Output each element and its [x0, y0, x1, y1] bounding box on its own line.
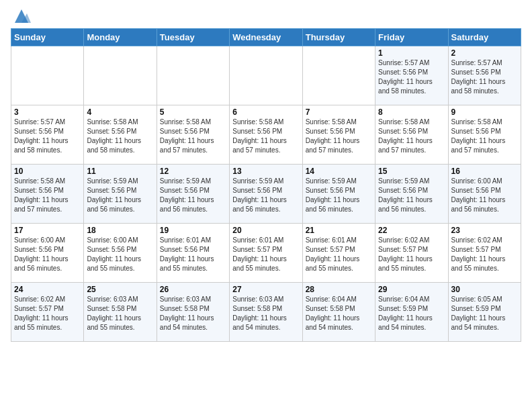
col-header-friday: Friday [375, 29, 448, 46]
col-header-thursday: Thursday [302, 29, 375, 46]
col-header-tuesday: Tuesday [157, 29, 229, 46]
calendar-cell: 12Sunrise: 5:59 AM Sunset: 5:56 PM Dayli… [157, 165, 229, 224]
calendar-cell: 3Sunrise: 5:57 AM Sunset: 5:56 PM Daylig… [11, 105, 84, 165]
calendar-week-2: 3Sunrise: 5:57 AM Sunset: 5:56 PM Daylig… [11, 105, 521, 165]
day-number: 21 [306, 226, 372, 235]
page: SundayMondayTuesdayWednesdayThursdayFrid… [0, 0, 532, 411]
calendar-cell: 14Sunrise: 5:59 AM Sunset: 5:56 PM Dayli… [302, 165, 375, 224]
calendar-cell: 8Sunrise: 5:58 AM Sunset: 5:56 PM Daylig… [375, 105, 448, 165]
calendar-cell: 24Sunrise: 6:02 AM Sunset: 5:57 PM Dayli… [11, 283, 84, 342]
logo [11, 7, 31, 26]
calendar-cell: 16Sunrise: 6:00 AM Sunset: 5:56 PM Dayli… [448, 165, 521, 224]
calendar-cell [230, 46, 302, 105]
day-number: 19 [160, 226, 226, 235]
day-info: Sunrise: 5:58 AM Sunset: 5:56 PM Dayligh… [378, 118, 445, 155]
day-info: Sunrise: 5:58 AM Sunset: 5:56 PM Dayligh… [451, 118, 518, 155]
day-number: 25 [87, 285, 153, 294]
day-info: Sunrise: 5:58 AM Sunset: 5:56 PM Dayligh… [232, 118, 299, 155]
calendar-cell: 18Sunrise: 6:00 AM Sunset: 5:56 PM Dayli… [84, 224, 157, 283]
day-number: 16 [451, 167, 518, 176]
calendar-header-row: SundayMondayTuesdayWednesdayThursdayFrid… [11, 29, 521, 46]
day-number: 20 [232, 226, 299, 235]
calendar-cell [157, 46, 229, 105]
calendar-cell: 29Sunrise: 6:04 AM Sunset: 5:59 PM Dayli… [375, 283, 448, 342]
day-info: Sunrise: 5:59 AM Sunset: 5:56 PM Dayligh… [378, 177, 445, 214]
day-info: Sunrise: 5:59 AM Sunset: 5:56 PM Dayligh… [160, 177, 226, 214]
day-number: 15 [378, 167, 445, 176]
day-number: 5 [160, 107, 226, 117]
calendar-week-5: 24Sunrise: 6:02 AM Sunset: 5:57 PM Dayli… [11, 283, 521, 342]
day-info: Sunrise: 5:58 AM Sunset: 5:56 PM Dayligh… [160, 118, 226, 155]
day-info: Sunrise: 6:05 AM Sunset: 5:59 PM Dayligh… [451, 295, 518, 332]
calendar-cell: 13Sunrise: 5:59 AM Sunset: 5:56 PM Dayli… [230, 165, 302, 224]
day-info: Sunrise: 5:57 AM Sunset: 5:56 PM Dayligh… [451, 58, 518, 96]
calendar-cell [11, 46, 84, 105]
day-info: Sunrise: 6:02 AM Sunset: 5:57 PM Dayligh… [14, 295, 81, 332]
calendar-cell: 5Sunrise: 5:58 AM Sunset: 5:56 PM Daylig… [157, 105, 229, 165]
day-info: Sunrise: 6:03 AM Sunset: 5:58 PM Dayligh… [160, 295, 226, 332]
col-header-saturday: Saturday [448, 29, 521, 46]
day-info: Sunrise: 5:59 AM Sunset: 5:56 PM Dayligh… [87, 177, 153, 214]
calendar-cell: 10Sunrise: 5:58 AM Sunset: 5:56 PM Dayli… [11, 165, 84, 224]
day-info: Sunrise: 6:00 AM Sunset: 5:56 PM Dayligh… [87, 236, 153, 273]
day-number: 26 [160, 285, 226, 294]
calendar-cell: 6Sunrise: 5:58 AM Sunset: 5:56 PM Daylig… [230, 105, 302, 165]
calendar-cell: 20Sunrise: 6:01 AM Sunset: 5:57 PM Dayli… [230, 224, 302, 283]
day-info: Sunrise: 5:58 AM Sunset: 5:56 PM Dayligh… [306, 118, 372, 155]
calendar-cell: 27Sunrise: 6:03 AM Sunset: 5:58 PM Dayli… [230, 283, 302, 342]
day-info: Sunrise: 5:59 AM Sunset: 5:56 PM Dayligh… [306, 177, 372, 214]
calendar-cell: 19Sunrise: 6:01 AM Sunset: 5:56 PM Dayli… [157, 224, 229, 283]
day-number: 18 [87, 226, 153, 235]
day-number: 13 [232, 167, 299, 176]
day-number: 14 [306, 167, 372, 176]
day-number: 10 [14, 167, 81, 176]
calendar-cell: 21Sunrise: 6:01 AM Sunset: 5:57 PM Dayli… [302, 224, 375, 283]
day-number: 27 [232, 285, 299, 294]
day-number: 11 [87, 167, 153, 176]
day-number: 1 [378, 48, 445, 58]
calendar-cell: 7Sunrise: 5:58 AM Sunset: 5:56 PM Daylig… [302, 105, 375, 165]
day-info: Sunrise: 6:04 AM Sunset: 5:58 PM Dayligh… [306, 295, 372, 332]
day-number: 29 [378, 285, 445, 294]
col-header-sunday: Sunday [11, 29, 84, 46]
day-number: 28 [306, 285, 372, 294]
day-info: Sunrise: 6:01 AM Sunset: 5:57 PM Dayligh… [232, 236, 299, 273]
calendar-week-1: 1Sunrise: 5:57 AM Sunset: 5:56 PM Daylig… [11, 46, 521, 105]
day-info: Sunrise: 5:57 AM Sunset: 5:56 PM Dayligh… [14, 118, 81, 155]
day-number: 8 [378, 107, 445, 117]
calendar-cell: 28Sunrise: 6:04 AM Sunset: 5:58 PM Dayli… [302, 283, 375, 342]
day-info: Sunrise: 6:04 AM Sunset: 5:59 PM Dayligh… [378, 295, 445, 332]
day-info: Sunrise: 6:01 AM Sunset: 5:56 PM Dayligh… [160, 236, 226, 273]
day-info: Sunrise: 6:03 AM Sunset: 5:58 PM Dayligh… [232, 295, 299, 332]
day-info: Sunrise: 6:00 AM Sunset: 5:56 PM Dayligh… [14, 236, 81, 273]
calendar-week-3: 10Sunrise: 5:58 AM Sunset: 5:56 PM Dayli… [11, 165, 521, 224]
col-header-wednesday: Wednesday [230, 29, 302, 46]
day-info: Sunrise: 6:01 AM Sunset: 5:57 PM Dayligh… [306, 236, 372, 273]
day-number: 4 [87, 107, 153, 117]
calendar-cell: 26Sunrise: 6:03 AM Sunset: 5:58 PM Dayli… [157, 283, 229, 342]
calendar-cell: 15Sunrise: 5:59 AM Sunset: 5:56 PM Dayli… [375, 165, 448, 224]
day-number: 9 [451, 107, 518, 117]
day-number: 23 [451, 226, 518, 235]
day-number: 30 [451, 285, 518, 294]
day-number: 12 [160, 167, 226, 176]
day-info: Sunrise: 5:58 AM Sunset: 5:56 PM Dayligh… [14, 177, 81, 214]
calendar-cell [302, 46, 375, 105]
calendar-cell: 9Sunrise: 5:58 AM Sunset: 5:56 PM Daylig… [448, 105, 521, 165]
col-header-monday: Monday [84, 29, 157, 46]
calendar-cell: 17Sunrise: 6:00 AM Sunset: 5:56 PM Dayli… [11, 224, 84, 283]
calendar-week-4: 17Sunrise: 6:00 AM Sunset: 5:56 PM Dayli… [11, 224, 521, 283]
header [11, 7, 521, 26]
day-number: 3 [14, 107, 81, 117]
day-info: Sunrise: 6:02 AM Sunset: 5:57 PM Dayligh… [378, 236, 445, 273]
day-info: Sunrise: 6:03 AM Sunset: 5:58 PM Dayligh… [87, 295, 153, 332]
calendar-cell: 11Sunrise: 5:59 AM Sunset: 5:56 PM Dayli… [84, 165, 157, 224]
day-number: 24 [14, 285, 81, 294]
day-number: 22 [378, 226, 445, 235]
logo-icon [12, 7, 31, 26]
calendar-cell: 1Sunrise: 5:57 AM Sunset: 5:56 PM Daylig… [375, 46, 448, 105]
calendar-cell: 2Sunrise: 5:57 AM Sunset: 5:56 PM Daylig… [448, 46, 521, 105]
calendar-cell [84, 46, 157, 105]
calendar-cell: 23Sunrise: 6:02 AM Sunset: 5:57 PM Dayli… [448, 224, 521, 283]
calendar-cell: 25Sunrise: 6:03 AM Sunset: 5:58 PM Dayli… [84, 283, 157, 342]
